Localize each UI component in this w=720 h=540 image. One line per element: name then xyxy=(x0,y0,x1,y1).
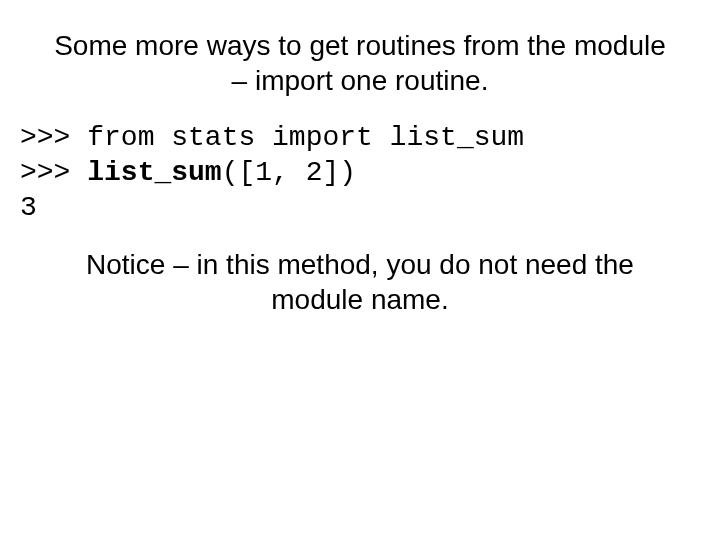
code-line-2-call: list_sum xyxy=(87,157,221,188)
note-line-2: module name. xyxy=(271,284,448,315)
code-line-1: from stats import list_sum xyxy=(87,122,524,153)
slide-note: Notice – in this method, you do not need… xyxy=(10,247,710,317)
prompt-2: >>> xyxy=(20,157,87,188)
code-block: >>> from stats import list_sum >>> list_… xyxy=(20,120,710,225)
note-line-1: Notice – in this method, you do not need… xyxy=(86,249,634,280)
code-output: 3 xyxy=(20,192,37,223)
slide-title: Some more ways to get routines from the … xyxy=(10,28,710,98)
code-line-2-args: ([1, 2]) xyxy=(222,157,356,188)
title-line-1: Some more ways to get routines from the … xyxy=(54,30,666,61)
slide: Some more ways to get routines from the … xyxy=(0,0,720,540)
title-line-2: – import one routine. xyxy=(232,65,489,96)
prompt-1: >>> xyxy=(20,122,87,153)
